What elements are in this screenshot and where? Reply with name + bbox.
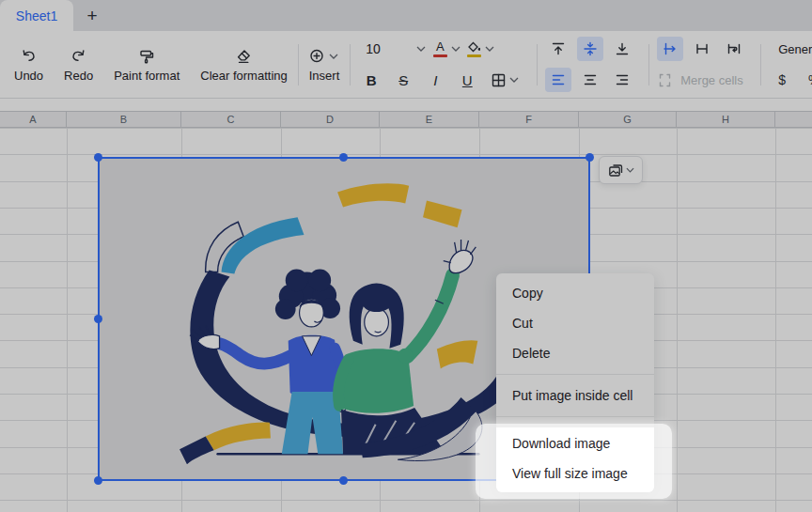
spreadsheet-app: Sheet1 + Undo Redo Paint format [0, 0, 812, 512]
dim-overlay [0, 0, 812, 512]
menu-item-view-full-size-image[interactable]: View full size image [496, 458, 654, 489]
spotlight-menu-section: Download image View full size image [496, 427, 654, 492]
menu-item-download-image[interactable]: Download image [496, 428, 654, 458]
spotlight-highlight: Download image View full size image [476, 424, 672, 499]
